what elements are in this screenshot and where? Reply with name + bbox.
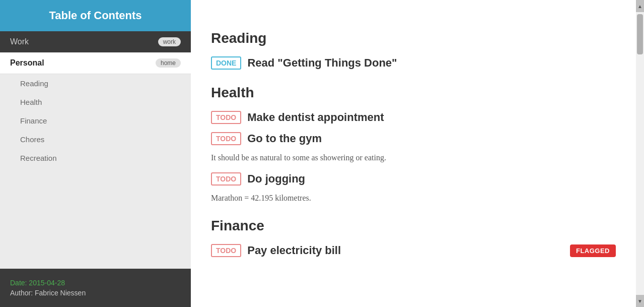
badge-todo: TODO xyxy=(211,111,241,124)
scroll-down-button[interactable]: ▼ xyxy=(636,295,644,307)
nav-subitems: Reading Health Finance Chores Recreation xyxy=(0,74,191,269)
scrollbar[interactable]: ▲ ▼ xyxy=(636,0,644,307)
task-row: TODO Make dentist appointment xyxy=(211,111,616,124)
footer-author: Author: Fabrice Niessen xyxy=(10,289,181,297)
sidebar: Table of Contents Work work Personal hom… xyxy=(0,0,191,307)
badge-done: DONE xyxy=(211,56,241,70)
task-row: TODO Go to the gym xyxy=(211,132,616,145)
badge-todo: TODO xyxy=(211,172,241,186)
nav-section-personal[interactable]: Personal home xyxy=(0,52,191,74)
task-text: Do jogging xyxy=(247,172,305,186)
task-text: Read "Getting Things Done" xyxy=(247,56,397,70)
nav-work-label: Work xyxy=(10,37,29,46)
nav-personal-label: Personal xyxy=(10,58,44,68)
section-health: Health TODO Make dentist appointment TOD… xyxy=(211,85,616,203)
task-text: Pay electricity bill xyxy=(247,244,341,257)
heading-health: Health xyxy=(211,85,616,101)
task-note: It should be as natural to some as showe… xyxy=(211,153,616,162)
footer-date: Date: 2015-04-28 xyxy=(10,279,181,287)
section-reading: Reading DONE Read "Getting Things Done" xyxy=(211,30,616,70)
sidebar-title: Table of Contents xyxy=(10,9,181,22)
task-row: DONE Read "Getting Things Done" xyxy=(211,56,616,70)
flagged-badge: FLAGGED xyxy=(570,244,616,257)
task-row: TODO Do jogging xyxy=(211,172,616,186)
nav-subitem-chores[interactable]: Chores xyxy=(0,130,191,149)
heading-finance: Finance xyxy=(211,218,616,234)
sidebar-header: Table of Contents xyxy=(0,0,191,31)
task-text: Go to the gym xyxy=(247,132,322,145)
scroll-thumb[interactable] xyxy=(637,14,643,54)
main-content: Reading DONE Read "Getting Things Done" … xyxy=(191,0,636,307)
task-note: Marathon = 42.195 kilometres. xyxy=(211,194,616,203)
task-row-left: TODO Pay electricity bill xyxy=(211,244,341,257)
scroll-up-button[interactable]: ▲ xyxy=(636,0,644,12)
nav-subitem-reading[interactable]: Reading xyxy=(0,74,191,93)
sidebar-footer: Date: 2015-04-28 Author: Fabrice Niessen xyxy=(0,269,191,307)
nav-personal-badge: home xyxy=(156,58,181,68)
task-row-flagged: TODO Pay electricity bill FLAGGED xyxy=(211,244,616,257)
nav-subitem-recreation[interactable]: Recreation xyxy=(0,149,191,167)
section-finance: Finance TODO Pay electricity bill FLAGGE… xyxy=(211,218,616,257)
nav-section-work[interactable]: Work work xyxy=(0,31,191,52)
badge-todo: TODO xyxy=(211,244,241,257)
task-text: Make dentist appointment xyxy=(247,111,384,124)
nav-subitem-finance[interactable]: Finance xyxy=(0,111,191,130)
heading-reading: Reading xyxy=(211,30,616,46)
nav-subitem-health[interactable]: Health xyxy=(0,93,191,111)
badge-todo: TODO xyxy=(211,132,241,145)
nav-work-badge: work xyxy=(158,37,181,46)
